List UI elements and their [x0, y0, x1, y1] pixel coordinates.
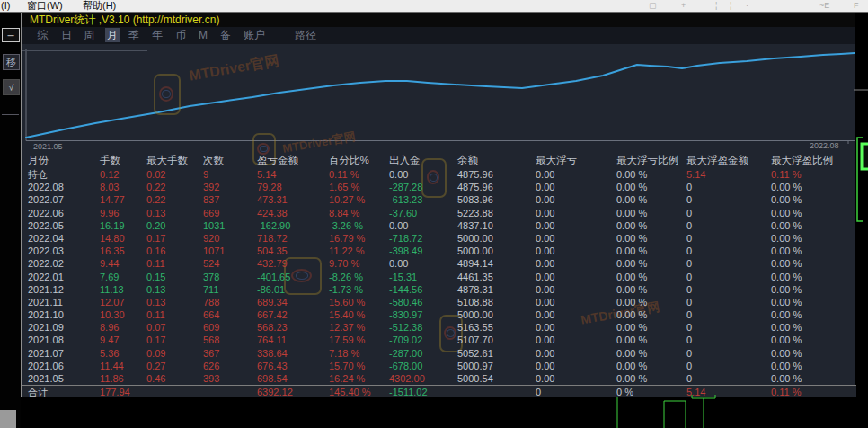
faint-toolbar-icon[interactable]: ¦ — [730, 0, 731, 12]
table-cell: 764.11 — [257, 334, 287, 346]
check-icon: √ — [9, 83, 14, 93]
table-row[interactable]: 2021.1010.300.11664667.4215.40 %-830.975… — [22, 308, 856, 321]
table-row[interactable]: 2021.1211.130.13711-86.01-1.73 %-144.564… — [22, 283, 856, 296]
table-row[interactable]: 2022.0414.800.17920718.7216.79 %-718.725… — [22, 232, 856, 245]
table-cell: 6392.12 — [257, 386, 293, 398]
table-row[interactable]: 2021.0511.860.46393698.5416.24 %4302.005… — [22, 372, 856, 385]
table-cell: -15.31 — [389, 271, 417, 283]
table-row[interactable]: 2022.029.440.11524432.799.70 %0.004894.1… — [22, 257, 856, 270]
table-row[interactable]: 2022.0714.770.22837473.3110.27 %-613.235… — [22, 193, 856, 206]
table-cell: 920 — [203, 232, 219, 245]
table-cell: 0.00 % — [616, 283, 647, 296]
faint-toolbar-icon[interactable]: · — [746, 0, 748, 12]
tab-周[interactable]: 周 — [82, 28, 96, 42]
table-cell: 0.09 — [146, 347, 165, 360]
tab-币[interactable]: 币 — [173, 28, 188, 42]
table-cell: 0.00 % — [771, 334, 802, 346]
table-cell: 0.00 — [536, 193, 554, 206]
partial-green-window — [862, 144, 868, 169]
table-cell: 5.14 — [686, 168, 705, 181]
tab-账户[interactable]: 账户 — [242, 28, 267, 42]
table-cell: 14.77 — [100, 193, 125, 206]
faint-toolbar-icon[interactable]: ~E — [819, 0, 829, 12]
table-cell: 0.17 — [146, 334, 165, 346]
table-row[interactable]: 2022.069.960.13669424.388.84 %-37.605223… — [22, 207, 856, 219]
tab-综[interactable]: 综 — [35, 28, 49, 42]
table-cell: 0.00 — [536, 321, 554, 334]
move-button[interactable]: 移 — [3, 54, 20, 70]
tab-日[interactable]: 日 — [59, 28, 74, 42]
table-row[interactable]: 2021.1112.070.13788689.3415.60 %-580.465… — [22, 296, 856, 308]
table-total-row[interactable]: 合计177.946392.12145.40 %-1511.0200 %5.140… — [22, 385, 856, 397]
table-cell: 9.96 — [100, 207, 119, 219]
table-row[interactable]: 2021.0611.440.27626676.4315.70 %-678.005… — [22, 360, 856, 372]
x-axis-end-label: 2022.08 — [810, 141, 839, 150]
tab-path[interactable]: 路径 — [293, 28, 318, 42]
table-cell: 0.00 % — [771, 296, 802, 308]
table-cell: 473.31 — [257, 193, 288, 206]
table-cell: 5107.70 — [457, 334, 493, 346]
table-row[interactable]: 2022.017.690.15378-401.65-8.26 %-15.3144… — [22, 271, 856, 283]
table-cell: 0.07 — [146, 321, 165, 334]
table-cell: 0.00 — [536, 372, 554, 385]
menu-partial[interactable]: (I) — [1, 0, 10, 12]
table-row[interactable]: 2021.098.960.07609568.2312.37 %-512.3851… — [22, 321, 856, 334]
move-icon: 移 — [6, 56, 16, 69]
table-cell: 12.37 % — [329, 321, 365, 334]
check-button[interactable]: √ — [3, 79, 20, 95]
tab-季[interactable]: 季 — [127, 28, 141, 42]
table-cell: 0.00 — [536, 232, 554, 245]
table-row[interactable]: 2022.0516.190.201031-162.90-3.26 %0.0048… — [22, 219, 856, 232]
equity-chart: 2021.05 2022.08 — [22, 45, 856, 149]
table-cell: 5163.55 — [457, 321, 493, 334]
table-cell: 0.22 — [146, 193, 165, 206]
table-cell: 0.00 % — [616, 168, 647, 181]
table-cell: 0 — [686, 232, 692, 245]
tab-月[interactable]: 月 — [105, 28, 120, 42]
column-header: 月份 — [28, 154, 49, 166]
table-row[interactable]: 2022.0316.350.161071504.3511.22 %-398.49… — [22, 245, 856, 257]
table-cell: 504.35 — [257, 245, 288, 257]
table-cell: 1031 — [203, 219, 225, 232]
table-cell: 0.00 % — [616, 232, 647, 245]
table-cell: 0.00 % — [771, 372, 802, 385]
faint-toolbar-icon[interactable]: + — [681, 0, 686, 12]
table-cell: 0.00 % — [616, 193, 647, 206]
table-row[interactable]: 2021.075.360.09367338.647.18 %-287.00505… — [22, 347, 856, 360]
table-cell: 2021.10 — [28, 308, 64, 321]
panel-title[interactable]: MTDriver统计 ,V3.10 (http://mtdriver.cn) — [22, 13, 855, 27]
watermark-logo — [154, 74, 181, 115]
table-cell: 0.11 % — [329, 168, 359, 181]
table-cell: -678.00 — [389, 360, 422, 372]
table-cell: 1.65 % — [329, 181, 359, 193]
table-cell: 0.00 % — [616, 207, 647, 219]
table-cell: 0.00 — [536, 168, 554, 181]
table-cell: -8.26 % — [329, 271, 363, 283]
table-row[interactable]: 2021.089.470.17568764.1117.59 %-709.0251… — [22, 334, 856, 346]
minimize-button[interactable]: ─ — [2, 28, 20, 42]
faint-toolbar-icon[interactable]: F — [854, 0, 859, 12]
table-cell: 2021.11 — [28, 296, 63, 308]
faint-toolbar-icon[interactable]: ▢ — [649, 0, 657, 12]
menu-help[interactable]: 帮助(H) — [83, 0, 116, 12]
table-cell: 15.60 % — [329, 296, 365, 308]
column-header: 百分比% — [329, 154, 369, 166]
table-cell: -830.97 — [389, 308, 422, 321]
menu-window[interactable]: 窗口(W) — [27, 0, 63, 12]
table-cell: -512.38 — [389, 321, 422, 334]
tab-备[interactable]: 备 — [218, 28, 233, 42]
faint-toolbar-icon[interactable]: ¦ — [715, 0, 717, 12]
table-row[interactable]: 持仓0.120.0295.140.11 %0.004875.960.000.00… — [22, 168, 856, 181]
table-cell: 5000.00 — [457, 232, 493, 245]
table-cell: 667.42 — [257, 308, 288, 321]
table-cell: 8.84 % — [329, 207, 359, 219]
table-cell: 79.28 — [257, 181, 282, 193]
table-cell: 8.03 — [100, 181, 119, 193]
table-cell: 0.27 — [146, 360, 165, 372]
table-cell: -287.28 — [389, 181, 422, 193]
tab-M[interactable]: M — [197, 28, 209, 42]
tab-年[interactable]: 年 — [150, 28, 164, 42]
table-row[interactable]: 2022.088.030.2239279.281.65 %-287.284875… — [22, 181, 856, 193]
table-cell: 0.00 % — [616, 360, 647, 372]
table-cell: 0 — [686, 321, 692, 334]
